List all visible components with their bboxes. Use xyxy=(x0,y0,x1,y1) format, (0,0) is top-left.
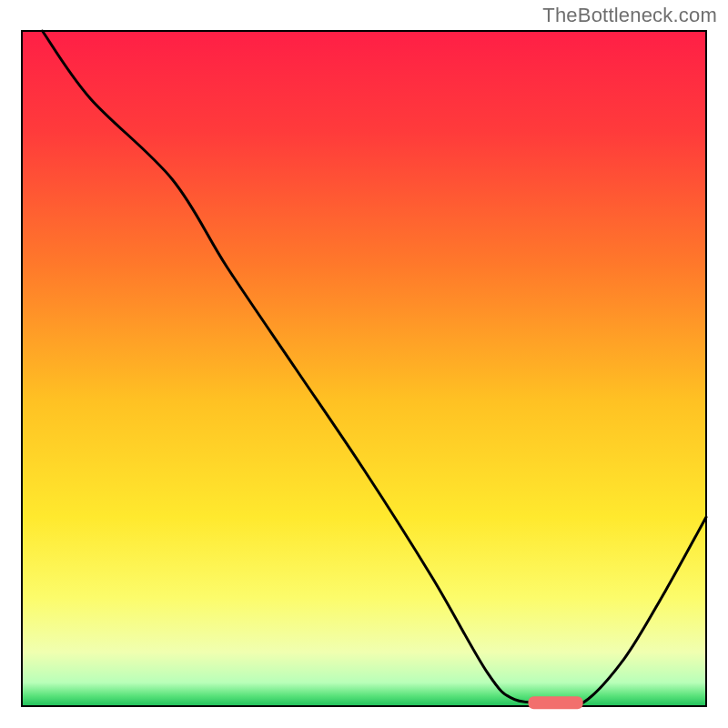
watermark-text: TheBottleneck.com xyxy=(542,4,717,27)
optimal-zone-marker xyxy=(528,696,582,709)
chart-frame: TheBottleneck.com xyxy=(0,0,728,728)
bottleneck-chart xyxy=(0,0,728,728)
